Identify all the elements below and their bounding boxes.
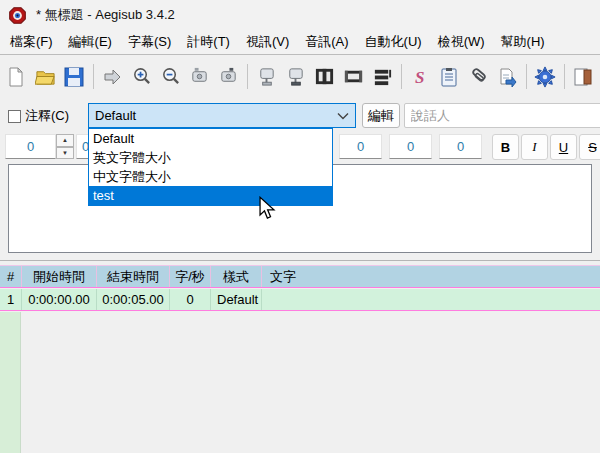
comment-checkbox[interactable]: 注釋(C) (8, 107, 69, 125)
column-end-time[interactable]: 結束時間 (97, 266, 170, 287)
toolbar-separator (526, 64, 527, 89)
row-text[interactable] (262, 289, 600, 310)
aegisub-icon (9, 7, 26, 24)
sort-lines-icon[interactable] (370, 65, 394, 89)
style-combobox-value: Default (95, 108, 136, 123)
margin-right-field[interactable]: 0 (389, 134, 432, 159)
layer-field[interactable]: 0 (5, 134, 56, 159)
zoom-out-icon[interactable] (158, 65, 182, 89)
style-option-test[interactable]: test (89, 186, 332, 205)
edit-style-button[interactable]: 編輯 (362, 103, 400, 128)
video-play-after-icon[interactable] (216, 65, 240, 89)
menu-subtitle[interactable]: 字幕(S) (120, 29, 179, 55)
toolbar-separator (401, 64, 402, 89)
open-file-icon[interactable] (33, 65, 57, 89)
snap-start-video-icon[interactable] (254, 65, 278, 89)
edit-style-button-label: 編輯 (368, 107, 394, 125)
attachments-icon[interactable] (466, 65, 490, 89)
panel-divider (0, 260, 600, 261)
table-row[interactable]: 1 0:00:00.00 0:00:05.00 0 Default (0, 289, 600, 311)
margin-vertical-field[interactable]: 0 (439, 134, 482, 159)
snap-end-video-icon[interactable] (283, 65, 307, 89)
spinner-down-icon[interactable]: ▼ (56, 147, 74, 160)
shift-times-icon[interactable] (312, 65, 336, 89)
layer-value: 0 (27, 139, 34, 154)
window-title: * 無標題 - Aegisub 3.4.2 (36, 6, 175, 24)
strikeout-button[interactable]: S (579, 134, 600, 160)
style-option-default[interactable]: Default (89, 129, 332, 148)
menu-timing[interactable]: 計時(T) (179, 29, 238, 55)
style-option-english-font[interactable]: 英文字體大小 (89, 148, 332, 167)
menu-automation[interactable]: 自動化(U) (357, 29, 430, 55)
column-style[interactable]: 樣式 (211, 266, 262, 287)
margin-left-value: 0 (357, 139, 364, 154)
column-start-time[interactable]: 開始時間 (22, 266, 97, 287)
jump-to-icon[interactable] (100, 65, 124, 89)
italic-button-label: I (532, 139, 536, 155)
style-dropdown-list: Default 英文字體大小 中文字體大小 test (88, 128, 333, 206)
comment-checkbox-label: 注釋(C) (25, 107, 69, 125)
new-file-icon[interactable] (4, 65, 28, 89)
row-end-time[interactable]: 0:00:05.00 (97, 289, 170, 310)
row-style[interactable]: Default (211, 289, 262, 310)
layer-spinner: ▲ ▼ (56, 134, 74, 159)
styles-manager-icon[interactable]: S (408, 65, 432, 89)
main-toolbar: S (0, 56, 600, 97)
margin-right-value: 0 (407, 139, 414, 154)
column-number[interactable]: # (0, 266, 22, 287)
row-number[interactable]: 1 (0, 289, 22, 310)
menu-audio[interactable]: 音訊(A) (297, 29, 356, 55)
grid-margin-strip (0, 312, 21, 453)
chevron-down-icon (337, 112, 349, 120)
margin-vertical-value: 0 (457, 139, 464, 154)
bold-button-label: B (501, 140, 510, 155)
menu-help[interactable]: 幫助(H) (493, 29, 553, 55)
aegisub-window: * 無標題 - Aegisub 3.4.2 檔案(F) 編輯(E) 字幕(S) … (0, 0, 600, 453)
underline-button[interactable]: U (550, 134, 577, 160)
actor-input[interactable] (404, 103, 600, 128)
grid-header: # 開始時間 結束時間 字/秒 樣式 文字 (0, 265, 600, 288)
bold-button[interactable]: B (492, 134, 519, 160)
margin-left-field[interactable]: 0 (339, 134, 382, 159)
style-option-chinese-font[interactable]: 中文字體大小 (89, 167, 332, 186)
resample-icon[interactable] (495, 65, 519, 89)
italic-button[interactable]: I (521, 134, 548, 160)
style-combobox[interactable]: Default (88, 103, 356, 128)
properties-icon[interactable] (437, 65, 461, 89)
menu-edit[interactable]: 編輯(E) (61, 29, 120, 55)
spinner-up-icon[interactable]: ▲ (56, 134, 74, 147)
menu-view[interactable]: 檢視(W) (430, 29, 493, 55)
select-lines-icon[interactable] (341, 65, 365, 89)
automation-icon[interactable] (533, 65, 557, 89)
column-cps[interactable]: 字/秒 (170, 266, 211, 287)
row-start-time[interactable]: 0:00:00.00 (22, 289, 97, 310)
toolbar-separator (247, 64, 248, 89)
save-icon[interactable] (62, 65, 86, 89)
checkbox-box[interactable] (8, 110, 21, 123)
svg-text:S: S (415, 68, 424, 87)
underline-button-label: U (559, 140, 568, 155)
menu-video[interactable]: 視訊(V) (238, 29, 297, 55)
video-play-before-icon[interactable] (187, 65, 211, 89)
menu-bar: 檔案(F) 編輯(E) 字幕(S) 計時(T) 視訊(V) 音訊(A) 自動化(… (0, 30, 600, 55)
strikeout-button-label: S (588, 140, 597, 155)
menu-file[interactable]: 檔案(F) (2, 29, 61, 55)
zoom-in-icon[interactable] (129, 65, 153, 89)
title-bar: * 無標題 - Aegisub 3.4.2 (0, 0, 600, 30)
column-text[interactable]: 文字 (262, 266, 600, 287)
toolbar-separator (93, 64, 94, 89)
toolbar-separator (564, 64, 565, 89)
options-icon[interactable] (571, 65, 595, 89)
row-cps[interactable]: 0 (170, 289, 211, 310)
